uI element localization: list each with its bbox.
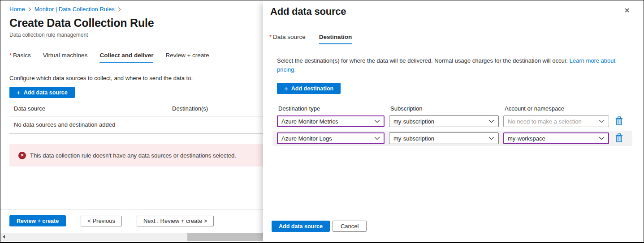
chevron-down-icon [374,119,380,123]
tab-virtual-machines[interactable]: Virtual machines [43,52,88,63]
panel-footer: Add data source Cancel [272,221,367,232]
panel-tabs: *Data source Destination [263,34,644,44]
breadcrumb: Home Monitor | Data Collection Rules [9,6,263,13]
tab-label: Review + create [165,52,209,59]
delete-row-button[interactable] [614,133,624,144]
button-label: Next : Review + create > [143,217,207,224]
add-data-source-button[interactable]: + Add data source [9,87,75,98]
trash-icon [615,116,623,127]
add-data-source-panel: Add data source ✕ *Data source Destinati… [263,0,644,242]
table-empty-message: No data sources and destination added [9,116,263,134]
column-header-destination-type: Destination type [278,105,386,112]
chevron-down-icon [488,119,494,123]
previous-button[interactable]: < Previous [81,216,122,226]
tab-label: Destination [319,34,352,40]
error-banner: ✕ This data collection rule doesn't have… [9,144,263,166]
close-icon[interactable]: ✕ [623,6,631,15]
button-label: Cancel [341,223,359,230]
cancel-button[interactable]: Cancel [333,221,367,232]
selected-value: my-subscription [393,118,434,125]
page-title: Create Data Collection Rule [9,17,263,30]
account-namespace-select[interactable]: my-workspace [503,132,609,144]
horizontal-scrollbar[interactable] [0,233,263,241]
destination-grid-header: Destination type Subscription Account or… [263,105,644,112]
panel-title: Add data source [263,0,644,17]
button-label: < Previous [87,217,115,224]
chevron-down-icon [599,136,605,140]
selected-value: Azure Monitor Logs [281,135,332,142]
tab-label: Virtual machines [43,52,88,59]
wizard-tabs: *Basics Virtual machines Collect and del… [9,52,263,63]
subscription-select[interactable]: my-subscription [389,132,499,144]
plus-icon: + [284,85,288,92]
chevron-down-icon [374,136,380,140]
app-window: Home Monitor | Data Collection Rules Cre… [0,0,644,243]
required-indicator: * [9,52,12,59]
tab-label: Data source [273,34,306,40]
breadcrumb-monitor-link[interactable]: Monitor | Data Collection Rules [35,6,115,13]
scroll-left-arrow-icon[interactable] [3,235,5,239]
next-button[interactable]: Next : Review + create > [137,216,214,226]
configure-description: Configure which data sources to collect,… [9,75,263,81]
trash-icon [615,133,623,144]
page-subtitle: Data collection rule management [9,32,263,38]
tab-label: Collect and deliver [99,52,153,59]
tab-basics[interactable]: *Basics [9,52,31,63]
button-label: Review + create [17,218,59,224]
button-label: Add destination [291,85,333,92]
error-message: This data collection rule doesn't have a… [30,152,236,159]
selected-value: my-workspace [508,135,545,142]
selected-value: No need to make a selection [508,118,582,125]
panel-footer-divider [263,211,644,211]
table-header-row: Data source Destination(s) [9,103,263,116]
panel-description: Select the destination(s) for where the … [263,56,622,74]
button-label: Add data source [279,223,323,230]
column-header-data-source: Data source [14,105,172,112]
destination-row: Azure Monitor Logs my-subscription my-wo… [272,131,632,146]
scrollbar-thumb[interactable] [187,233,263,241]
destination-row: Azure Monitor Metrics my-subscription No… [272,114,632,129]
tab-destination[interactable]: Destination [319,34,352,44]
left-content: Home Monitor | Data Collection Rules Cre… [0,0,263,166]
column-header-subscription: Subscription [390,105,500,112]
button-label: Add data source [24,90,68,96]
destination-type-select[interactable]: Azure Monitor Logs [277,132,385,144]
wizard-footer: Review + create < Previous Next : Review… [9,215,214,226]
breadcrumb-chevron-icon [28,7,31,12]
chevron-down-icon [488,136,494,140]
account-namespace-select: No need to make a selection [503,115,609,127]
description-text: Select the destination(s) for where the … [277,57,568,64]
column-header-account-namespace: Account or namespace [505,105,610,112]
tab-label: Basics [13,52,31,59]
subscription-select[interactable]: my-subscription [389,115,499,127]
footer-divider [0,209,263,209]
tab-review-create[interactable]: Review + create [165,52,209,63]
required-indicator: * [269,34,272,40]
error-icon: ✕ [18,152,26,159]
chevron-down-icon [599,119,605,123]
delete-row-button[interactable] [614,116,624,127]
panel-add-data-source-button[interactable]: Add data source [272,221,330,232]
create-dcr-page: Home Monitor | Data Collection Rules Cre… [0,0,263,242]
tab-collect-and-deliver[interactable]: Collect and deliver [99,52,153,63]
selected-value: my-subscription [393,135,434,142]
plus-icon: + [17,89,21,96]
selected-value: Azure Monitor Metrics [281,118,338,125]
column-header-destinations: Destination(s) [172,105,208,112]
destination-type-select[interactable]: Azure Monitor Metrics [277,115,385,127]
breadcrumb-home-link[interactable]: Home [9,6,25,13]
tab-data-source[interactable]: *Data source [269,34,306,44]
data-sources-table: Data source Destination(s) No data sourc… [9,103,263,134]
breadcrumb-chevron-icon [118,7,121,12]
review-create-button[interactable]: Review + create [9,215,66,226]
add-destination-button[interactable]: + Add destination [277,83,341,94]
